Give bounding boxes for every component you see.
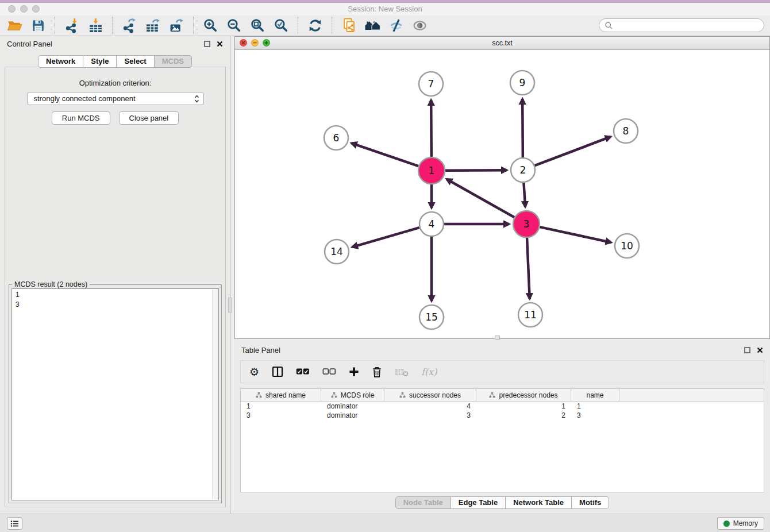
mcds-result-list[interactable]: 1 3 (11, 288, 219, 500)
graph-edge-1-6[interactable] (351, 143, 418, 166)
graph-node-label-14: 14 (330, 246, 343, 257)
show-column-panel-button[interactable] (272, 366, 283, 377)
table-row[interactable]: 1 dominator 4 1 1 (241, 402, 764, 411)
save-session-button[interactable] (29, 17, 47, 34)
graph-edge-3-1[interactable] (446, 179, 514, 217)
cell-successor-nodes: 4 (384, 402, 476, 410)
search-box[interactable] (599, 18, 764, 32)
tab-mcds[interactable]: MCDS (155, 55, 192, 68)
tab-network[interactable]: Network (38, 55, 83, 68)
toolbar-separator (55, 17, 56, 34)
delete-columns-button[interactable] (372, 366, 382, 377)
search-input[interactable] (616, 21, 759, 30)
network-zoom-button[interactable] (263, 39, 270, 47)
close-panel-button[interactable]: Close panel (119, 111, 179, 125)
cell-predecessor-nodes: 1 (476, 402, 571, 410)
window-title: Session: New Session (0, 3, 770, 15)
first-neighbors-button[interactable] (364, 17, 382, 34)
open-session-button[interactable] (6, 17, 24, 34)
export-network-icon (122, 18, 137, 33)
graph-node-label-3: 3 (523, 218, 530, 230)
tab-edge-table[interactable]: Edge Table (451, 496, 506, 509)
refresh-view-button[interactable] (306, 17, 324, 34)
network-close-button[interactable] (240, 39, 247, 47)
open-folder-icon (7, 18, 22, 33)
create-column-button[interactable] (349, 367, 359, 377)
export-table-button[interactable] (144, 17, 162, 34)
graph-edge-1-2[interactable] (445, 170, 507, 171)
graph-edge-3-11[interactable] (527, 238, 530, 299)
titlebar: Session: New Session (0, 3, 770, 15)
zoom-selected-magnifier-icon (274, 18, 289, 33)
graph-edge-3-10[interactable] (540, 227, 611, 242)
column-header-name[interactable]: name (571, 389, 619, 401)
memory-status-dot (723, 521, 730, 527)
cell-mcds-role: dominator (321, 411, 384, 419)
export-image-button[interactable] (168, 17, 186, 34)
cell-shared-name: 3 (241, 411, 321, 419)
import-network-icon (64, 18, 80, 33)
show-graphics-details-button[interactable] (411, 17, 429, 34)
window-zoom-button[interactable] (32, 5, 40, 13)
zoom-selected-button[interactable] (272, 17, 290, 34)
unchecked-boxes-icon (322, 368, 336, 376)
zoom-out-button[interactable] (225, 17, 243, 34)
network-minimize-button[interactable] (251, 39, 259, 47)
tab-select[interactable]: Select (117, 55, 154, 68)
hide-selected-button[interactable] (387, 17, 405, 34)
export-table-icon (145, 18, 161, 33)
tab-style[interactable]: Style (83, 55, 117, 68)
toolbar-separator (332, 17, 333, 34)
column-header-successor-nodes[interactable]: successor nodes (384, 389, 476, 401)
graph-node-label-15: 15 (425, 311, 438, 323)
window-minimize-button[interactable] (20, 5, 28, 13)
delete-table-button-disabled[interactable] (395, 367, 409, 377)
import-table-button[interactable] (87, 17, 105, 34)
import-table-icon (88, 18, 103, 33)
window-resize-grip[interactable] (495, 336, 500, 340)
float-panel-icon[interactable] (204, 41, 210, 47)
table-tabs: Node Table Edge Table Network Table Moti… (234, 496, 770, 509)
tab-motifs[interactable]: Motifs (572, 496, 609, 509)
duplicate-network-button[interactable] (340, 17, 358, 34)
panel-splitter-handle[interactable] (228, 298, 232, 313)
network-graph-canvas[interactable]: 7968124314101511 (235, 49, 769, 338)
graph-edge-4-14[interactable] (352, 228, 419, 247)
function-builder-button-disabled[interactable]: f(x) (421, 367, 437, 377)
tab-network-table[interactable]: Network Table (506, 496, 572, 509)
graph-edge-2-8[interactable] (535, 137, 611, 165)
close-panel-icon[interactable] (757, 347, 763, 353)
zoom-in-button[interactable] (202, 17, 220, 34)
control-panel-title: Control Panel (7, 40, 52, 48)
column-header-mcds-role[interactable]: MCDS role (321, 389, 384, 401)
graph-edge-2-3[interactable] (523, 183, 525, 207)
delete-table-icon (395, 367, 409, 377)
window-close-button[interactable] (8, 5, 16, 13)
cell-name: 1 (571, 402, 619, 410)
float-panel-icon[interactable] (744, 347, 750, 353)
run-mcds-button[interactable]: Run MCDS (52, 111, 110, 125)
column-header-shared-name[interactable]: shared name (241, 389, 321, 401)
import-network-button[interactable] (63, 17, 81, 34)
table-row[interactable]: 3 dominator 3 2 3 (241, 411, 764, 420)
column-tree-icon (399, 392, 406, 398)
column-settings-button[interactable]: ⚙ (249, 367, 259, 377)
graph-node-label-8: 8 (623, 125, 629, 137)
export-network-button[interactable] (121, 17, 138, 34)
graph-edge-1-7[interactable] (431, 100, 432, 157)
optimization-criterion-label: Optimization criterion: (5, 79, 225, 87)
task-history-button[interactable] (7, 517, 22, 530)
select-all-columns-button[interactable] (296, 368, 310, 376)
close-panel-icon[interactable] (217, 41, 223, 47)
tab-node-table[interactable]: Node Table (395, 496, 451, 509)
graph-edge-2-9[interactable] (522, 99, 523, 157)
optimization-criterion-select[interactable]: strongly connected component (27, 92, 204, 105)
result-scrollbar-track[interactable] (212, 290, 218, 499)
deselect-all-columns-button[interactable] (322, 368, 336, 376)
memory-button[interactable]: Memory (717, 517, 764, 530)
network-view-window: scc.txt 7968124314101511 (234, 36, 770, 339)
column-header-predecessor-nodes[interactable]: predecessor nodes (476, 389, 571, 401)
checked-boxes-icon (296, 368, 310, 376)
zoom-fit-button[interactable] (249, 17, 267, 34)
cell-successor-nodes: 3 (384, 411, 476, 419)
